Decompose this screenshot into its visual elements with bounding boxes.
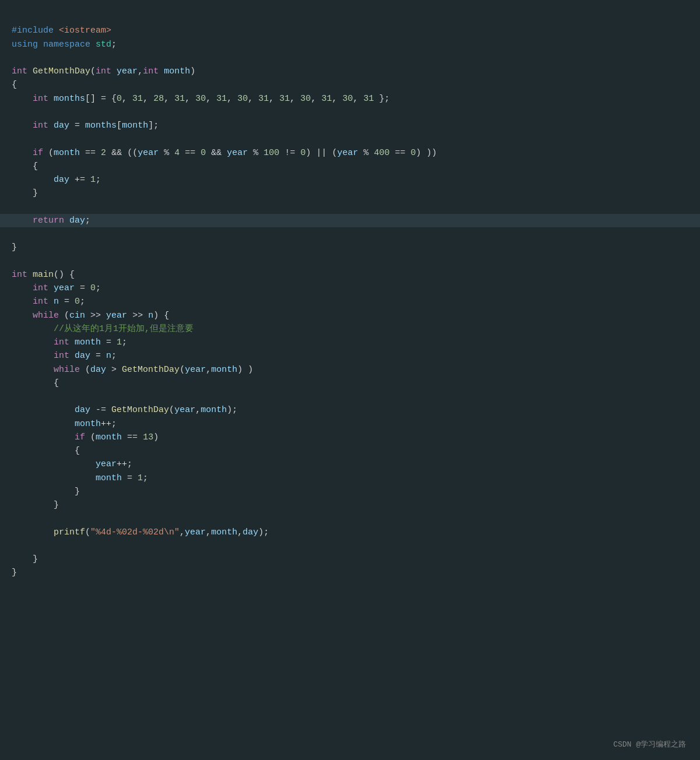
line-30: if (month == 13) [12, 432, 159, 442]
line-40: } [12, 568, 17, 578]
line-15: return day; [0, 214, 700, 227]
line-16: } [12, 242, 17, 252]
line-39: } [12, 554, 38, 564]
line-26: { [12, 378, 59, 388]
line-10: if (month == 2 && ((year % 4 == 0 && yea… [12, 148, 437, 158]
line-32: year++; [12, 459, 132, 469]
line-6: int months[] = {0, 31, 28, 31, 30, 31, 3… [12, 94, 390, 104]
line-12: day += 1; [12, 175, 101, 185]
line-31: { [12, 446, 80, 456]
line-4: int GetMonthDay(int year,int month) [12, 66, 195, 76]
line-37: printf("%4d-%02d-%02d\n",year,month,day)… [12, 527, 269, 537]
line-22: //从这年的1月1开始加,但是注意要 [12, 324, 194, 334]
line-28: day -= GetMonthDay(year,month); [12, 405, 237, 415]
watermark-text: CSDN @学习编程之路 [613, 739, 686, 751]
line-33: month = 1; [12, 473, 148, 483]
line-19: int year = 0; [12, 283, 101, 293]
line-11: { [12, 161, 38, 171]
line-5: { [12, 80, 17, 90]
line-29: month++; [12, 419, 117, 429]
line-24: int day = n; [12, 351, 117, 361]
line-1: #include <iostream> [12, 26, 111, 36]
line-23: int month = 1; [12, 337, 127, 347]
line-8: int day = months[month]; [12, 121, 159, 131]
line-18: int main() { [12, 270, 75, 280]
line-25: while (day > GetMonthDay(year,month) ) [12, 365, 253, 375]
line-34: } [12, 487, 80, 497]
line-35: } [12, 500, 59, 510]
code-editor: #include <iostream> using namespace std;… [12, 10, 688, 580]
line-20: int n = 0; [12, 297, 85, 307]
line-2: using namespace std; [12, 40, 117, 50]
line-13: } [12, 188, 38, 198]
line-21: while (cin >> year >> n) { [12, 311, 169, 321]
